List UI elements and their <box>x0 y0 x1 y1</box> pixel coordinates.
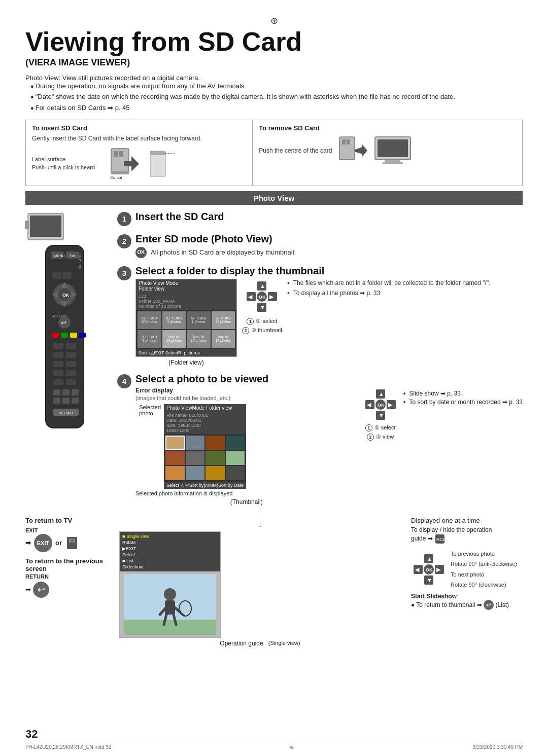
thumb-item <box>206 466 225 480</box>
prev-photo-label: To previous photo <box>451 550 517 559</box>
exit-button[interactable]: EXIT <box>34 534 52 552</box>
step4-dpad-icon: ▲ ▼ ◀ ▶ OK <box>363 387 398 422</box>
single-view-item: Rotate <box>122 539 218 546</box>
folder-item: NIKON16 photos <box>187 330 211 348</box>
step3-content: Select a folder to display the thumbnail… <box>135 265 523 366</box>
folder-grid: 61_FUKU30 photos 61_FUKU3 photos 62_FUKU… <box>136 310 236 349</box>
svg-text:▶: ▶ <box>436 566 441 572</box>
circle-num-2: 2 <box>242 327 249 334</box>
sd-insert-content: Gently insert the SD Card with the label… <box>32 134 246 182</box>
thumb-item <box>165 451 185 465</box>
recall-button-icon: RCL <box>434 533 446 545</box>
sd-insert-illustration: Cutout <box>101 146 142 182</box>
nav-labels: To previous photo Rotate 90° (anti-clock… <box>451 550 517 590</box>
svg-rect-17 <box>25 221 28 229</box>
svg-rect-44 <box>53 361 63 367</box>
remote-illustration: MENU Exit SD CARD OK RETURN <box>25 211 104 454</box>
thumb-item-selected <box>165 436 185 450</box>
single-view-item: Slideshow <box>122 564 218 570</box>
svg-text:▼: ▼ <box>379 412 384 418</box>
selected-photo-label: Selected photo <box>135 404 161 416</box>
thumb-selected-info: File name: 010/0001 Date: 2008/06/01 Siz… <box>164 412 246 434</box>
svg-rect-25 <box>62 272 72 279</box>
svg-rect-1 <box>114 151 118 157</box>
step3-notes: The files which are not in a folder will… <box>287 279 491 300</box>
return-button-row: ➡ ↩ <box>25 582 109 598</box>
step4-note2: To sort by date or month recorded ➡ p. 3… <box>403 399 523 406</box>
folder-item: 20_FUKU30 photos <box>212 311 235 329</box>
svg-text:▶: ▶ <box>269 294 274 300</box>
step2-title: Enter SD mode (Photo View) <box>135 233 523 245</box>
thumbnail-view-box: Photo ViewMode Folder view File name: 01… <box>164 404 246 489</box>
intro-line1: Photo View: View still pictures recorded… <box>25 74 523 82</box>
svg-text:RECALL: RECALL <box>58 411 75 415</box>
return-prev-section: To return to the previous screen RETURN … <box>25 557 109 598</box>
circle-num-1: 1 <box>247 318 254 325</box>
step3-title: Select a folder to display the thumbnail <box>135 265 523 277</box>
step3: 3 Select a folder to display the thumbna… <box>117 265 523 366</box>
single-view-menu: ■ Single view Rotate ▶EXIT Select ■ List… <box>120 532 220 571</box>
svg-rect-42 <box>53 352 63 358</box>
svg-text:◀: ◀ <box>367 402 371 408</box>
svg-text:▲: ▲ <box>427 556 432 562</box>
thumb-item <box>226 466 245 480</box>
svg-rect-6 <box>150 151 165 155</box>
single-view-item: Select <box>122 552 218 558</box>
sd-instructions: To insert SD Card Gently insert the SD C… <box>25 120 523 186</box>
guide-arrow-text: guide ➡ <box>411 535 433 542</box>
svg-rect-14 <box>383 162 403 164</box>
step2-desc: OK All photos in SD Card are displayed b… <box>135 247 523 258</box>
thumb-item <box>206 436 225 450</box>
sd-insert-text1: Gently insert the SD Card with the label… <box>32 135 202 142</box>
svg-text:MENU: MENU <box>54 254 65 258</box>
svg-rect-36 <box>52 333 59 338</box>
photo-view-header: Photo View <box>25 191 523 205</box>
single-view-item: ■ Single view <box>122 533 218 539</box>
svg-rect-49 <box>66 379 76 385</box>
thumb-item <box>226 436 245 450</box>
single-view-box: ■ Single view Rotate ▶EXIT Select ■ List… <box>119 531 221 638</box>
thumb-item <box>186 466 205 480</box>
or-label: or <box>55 539 62 547</box>
tennis-illustration <box>124 574 216 635</box>
svg-text:▼: ▼ <box>260 304 265 310</box>
sd-remove-text: Push the centre of the card <box>259 147 332 154</box>
footer-right: 3/23/2010 3:30:45 PM <box>473 744 523 750</box>
step3-thumb-label: 2 ② thumbnail <box>242 327 282 334</box>
step1-title: Insert the SD Card <box>135 211 523 223</box>
photo-info-label: Selected photo information is displayed <box>135 490 358 496</box>
folder-view-label: (Folder view) <box>135 359 237 366</box>
svg-rect-10 <box>347 139 350 145</box>
ok-button-icon: OK <box>135 247 147 258</box>
single-view-labels: Operation guide (Single view) <box>119 638 401 647</box>
svg-rect-38 <box>70 333 77 338</box>
circle-num-s1: 1 <box>365 424 372 431</box>
nav-dpad-section: ▲ ▼ ◀ ▶ OK To previous photo Rotate 90° … <box>411 550 523 590</box>
svg-text:Cutout: Cutout <box>110 175 122 180</box>
folder-item: 61_FUKU3 photos <box>162 311 186 329</box>
thumb-item <box>186 436 205 450</box>
bottom-section: To return to TV EXIT ➡ EXIT or To return <box>25 517 523 647</box>
return-button[interactable]: ↩ <box>33 582 49 598</box>
svg-text:◀: ◀ <box>248 294 253 300</box>
sd-remove-box: To remove SD Card Push the centre of the… <box>253 120 522 186</box>
step4-select-label: 1 ① select <box>365 424 396 431</box>
arrow-down-icon: ↓ <box>119 519 401 529</box>
folder-view-header: Photo View Mode Folder view <box>136 279 236 293</box>
svg-rect-39 <box>79 333 86 338</box>
operation-guide-label: Operation guide <box>220 640 263 647</box>
svg-rect-12 <box>378 139 408 157</box>
sd-insert-title: To insert SD Card <box>32 124 246 132</box>
arrow-indicator: ➡ <box>25 539 31 547</box>
sd-click-text: Push until a click is heard <box>32 164 95 171</box>
svg-rect-82 <box>124 620 216 635</box>
step4-title: Select a photo to be viewed <box>135 373 523 385</box>
thumb-header: Photo ViewMode Folder view <box>164 404 246 412</box>
thumb-grid <box>164 434 246 482</box>
svg-rect-51 <box>62 389 70 395</box>
svg-rect-37 <box>61 333 68 338</box>
exit-label: EXIT <box>25 526 109 534</box>
step3-wrap: Photo View Mode Folder view 123 Folder 1… <box>135 279 523 366</box>
svg-rect-48 <box>53 379 63 385</box>
bullet3: For details on SD Cards ➡ p. 45 <box>30 103 523 113</box>
